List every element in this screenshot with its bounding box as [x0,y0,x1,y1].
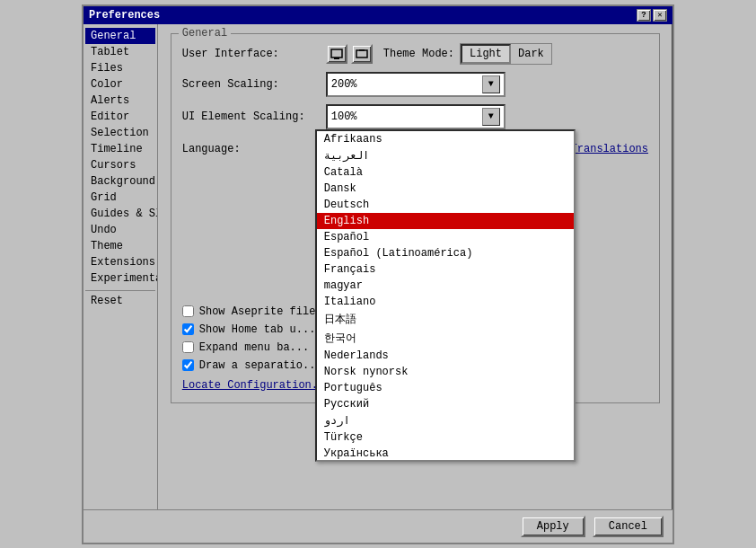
language-label: Language: [182,143,326,155]
dark-theme-button[interactable]: Dark [511,44,551,64]
sidebar-item-grid[interactable]: Grid [85,190,155,206]
sidebar-item-files[interactable]: Files [85,60,155,76]
dropdown-item-nederlands[interactable]: Nederlands [317,348,574,364]
dropdown-item-italiano[interactable]: Italiano [317,294,574,310]
ui-element-scaling-value: 100% [331,110,480,123]
dropdown-item-english[interactable]: English [317,213,574,229]
sidebar-item-cursors[interactable]: Cursors [85,157,155,173]
user-interface-label: User Interface: [182,48,326,60]
dropdown-item-espa-ol[interactable]: Español [317,229,574,245]
dropdown-item-magyar[interactable]: magyar [317,278,574,294]
sidebar-item-tablet[interactable]: Tablet [85,44,155,60]
window-body: GeneralTabletFilesColorAlertsEditorSelec… [84,24,672,509]
light-theme-button[interactable]: Light [461,44,511,64]
sidebar-item-general[interactable]: General [85,28,155,44]
dropdown-item-norsk-nynorsk[interactable]: Norsk nynorsk [317,364,574,380]
checkbox-separation[interactable] [182,359,194,371]
ui-element-scaling-select[interactable]: 100% ▼ [326,104,505,129]
sidebar-item-experimental[interactable]: Experimental [85,270,155,287]
apply-button[interactable]: Apply [521,516,585,537]
dropdown-item-dansk[interactable]: Dansk [317,181,574,197]
user-interface-row: User Interface: Theme Mode: Light Dark [182,43,648,65]
close-button[interactable]: ✕ [653,9,667,22]
dropdown-item-t-rk-e[interactable]: Türkçe [317,429,574,446]
sidebar-item-guides---slices[interactable]: Guides & Slices [85,206,155,222]
preferences-window: Preferences ? ✕ GeneralTabletFilesColorA… [82,4,674,544]
ui-icon-2[interactable] [351,44,373,64]
checkbox-home-tab[interactable] [182,323,194,335]
svg-rect-0 [331,49,342,57]
sidebar-item-reset[interactable]: Reset [85,290,155,309]
dropdown-item--------[interactable]: العربية [317,147,574,164]
dropdown-item-----[interactable]: اردو [317,412,574,429]
sidebar-item-background[interactable]: Background [85,173,155,190]
ui-element-scaling-row: UI Element Scaling: 100% ▼ [182,104,648,129]
main-area: General User Interface: Theme Mode: Ligh… [158,24,672,509]
screen-scaling-value: 200% [331,78,480,91]
window-title: Preferences [89,9,160,22]
general-group: General User Interface: Theme Mode: Ligh… [171,33,660,403]
language-dropdown-list[interactable]: AfrikaansالعربيةCatalàDanskDeutschEnglis… [315,129,576,462]
titlebar-buttons: ? ✕ [637,9,667,22]
ui-element-scaling-label: UI Element Scaling: [182,110,326,123]
theme-mode-label: Theme Mode: [383,48,454,60]
dropdown-item-deutsch[interactable]: Deutsch [317,197,574,213]
ui-icons [326,44,373,64]
dropdown-item-catal-[interactable]: Català [317,164,574,181]
dropdown-item-----------[interactable]: Українська [317,446,574,462]
group-label: General [179,27,231,40]
sidebar-item-editor[interactable]: Editor [85,109,155,125]
svg-rect-1 [334,57,339,59]
checkbox-home-tab-label: Show Home tab u... [199,323,316,336]
sidebar-item-extensions[interactable]: Extensions [85,254,155,270]
cancel-button[interactable]: Cancel [593,516,664,537]
dropdown-item-portugu-s[interactable]: Português [317,380,574,396]
screen-scaling-row: Screen Scaling: 200% ▼ [182,72,648,97]
dropdown-item----[interactable]: 日本語 [317,310,574,329]
dropdown-item--------[interactable]: Русский [317,396,574,412]
dropdown-item-espa-ol--latinoam-rica-[interactable]: Español (Latinoamérica) [317,245,574,261]
ui-icon-1[interactable] [326,44,347,64]
svg-rect-2 [356,50,367,57]
screen-scaling-select[interactable]: 200% ▼ [326,72,505,97]
svg-rect-3 [359,49,365,51]
theme-btn-group: Light Dark [460,43,552,65]
sidebar-item-selection[interactable]: Selection [85,125,155,141]
locate-config-link[interactable]: Locate Configuration... [182,379,331,392]
sidebar-item-undo[interactable]: Undo [85,222,155,238]
checkbox-separation-label: Draw a separatio... [199,359,322,372]
checkbox-aseprite[interactable] [182,305,194,317]
sidebar-item-theme[interactable]: Theme [85,238,155,254]
sidebar-item-alerts[interactable]: Alerts [85,93,155,109]
checkbox-expand-menu-label: Expand menu ba... [199,341,309,354]
help-button[interactable]: ? [637,9,651,22]
dropdown-item-afrikaans[interactable]: Afrikaans [317,131,574,147]
titlebar: Preferences ? ✕ [84,6,672,24]
screen-scaling-arrow[interactable]: ▼ [482,75,500,93]
checkbox-expand-menu[interactable] [182,341,194,353]
sidebar-item-color[interactable]: Color [85,76,155,93]
ui-element-scaling-arrow[interactable]: ▼ [482,108,500,126]
screen-scaling-label: Screen Scaling: [182,78,326,91]
sidebar: GeneralTabletFilesColorAlertsEditorSelec… [84,24,158,509]
sidebar-item-timeline[interactable]: Timeline [85,141,155,157]
dropdown-item----[interactable]: 한국어 [317,329,574,348]
bottom-bar: Apply Cancel [84,509,672,543]
dropdown-item-fran-ais[interactable]: Français [317,261,574,278]
